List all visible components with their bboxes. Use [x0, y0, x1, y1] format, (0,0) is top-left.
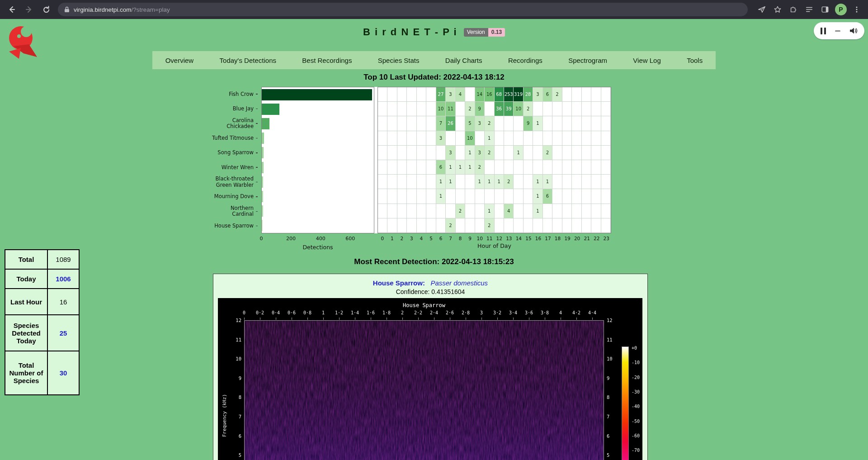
- spectrogram-x-tick: 3·2: [493, 310, 501, 315]
- heatmap-cell: [417, 189, 426, 204]
- back-icon[interactable]: [5, 2, 19, 17]
- heatmap-cell: [591, 87, 601, 102]
- stats-table: Total1089Today1006Last Hour16Species Det…: [5, 249, 80, 395]
- detections-bar-chart: [261, 87, 374, 233]
- heatmap-cell: [378, 189, 387, 204]
- audio-player[interactable]: [814, 22, 864, 39]
- pause-icon[interactable]: [821, 28, 826, 34]
- heatmap-cell: 2: [524, 102, 533, 116]
- heatmap-cell: 1: [436, 175, 446, 189]
- heatmap-cell: [562, 204, 572, 218]
- heatmap-cell: [446, 131, 455, 146]
- nav-item-today-s-detections[interactable]: Today's Detections: [217, 57, 279, 64]
- volume-icon[interactable]: [849, 27, 858, 34]
- spectrogram-x-tick: 0·8: [303, 310, 311, 315]
- nav-item-overview[interactable]: Overview: [163, 57, 197, 64]
- heatmap-cell: [524, 160, 533, 175]
- heatmap-cell: 2: [485, 218, 494, 233]
- extensions-icon[interactable]: [787, 3, 800, 16]
- species-label: Mourning Dove: [149, 190, 258, 204]
- address-bar[interactable]: virginia.birdnetpi.com/?stream=play: [58, 3, 748, 16]
- recent-detection-label: Most Recent Detection:: [354, 257, 439, 266]
- avatar[interactable]: P: [835, 4, 847, 15]
- heatmap-cell: [524, 218, 533, 233]
- spectrogram-x-tick: 4·4: [588, 310, 596, 315]
- heatmap-cell: [426, 131, 436, 146]
- heatmap-cell: [533, 146, 542, 160]
- heatmap-cell: [378, 218, 387, 233]
- detections-bar: [262, 133, 264, 144]
- heatmap-cell: 68: [495, 87, 504, 102]
- heatmap-cell: [417, 131, 426, 146]
- nav-item-best-recordings[interactable]: Best Recordings: [299, 57, 354, 64]
- species-label: Northern Cardinal: [149, 204, 258, 218]
- bar-row: [262, 218, 374, 233]
- heatmap-cell: [378, 116, 387, 131]
- heatmap-cell: [397, 131, 407, 146]
- reload-icon[interactable]: [39, 2, 53, 17]
- spectrogram-x-tick: 1·2: [335, 310, 343, 315]
- nav-item-spectrogram[interactable]: Spectrogram: [566, 57, 610, 64]
- detection-confidence: Confidence: 0.41351604: [213, 288, 647, 295]
- seek-dash[interactable]: [835, 30, 840, 32]
- detection-species-line: House Sparrow: Passer domesticus: [213, 279, 647, 287]
- heatmap-cell: [495, 189, 504, 204]
- top10-heading: Top 10 Last Updated: 2022-04-13 18:12: [0, 73, 868, 82]
- browser-toolbar: virginia.birdnetpi.com/?stream=play P: [0, 0, 868, 19]
- detections-bar: [262, 147, 264, 158]
- detection-common-name[interactable]: House Sparrow:: [373, 279, 425, 287]
- nav-item-recordings[interactable]: Recordings: [505, 57, 545, 64]
- heatmap-cell: [572, 218, 581, 233]
- forward-icon[interactable]: [22, 2, 36, 17]
- reading-list-icon[interactable]: [802, 3, 816, 16]
- send-icon[interactable]: [755, 3, 769, 16]
- nav-item-species-stats[interactable]: Species Stats: [375, 57, 422, 64]
- heatmap-cell: [407, 131, 416, 146]
- heatmap-cell: [562, 116, 572, 131]
- bar-row: [262, 116, 374, 131]
- chart-gap: [374, 87, 377, 233]
- heatmap-cell: [504, 116, 514, 131]
- spectrogram-y-ticks-left: 12111098765: [231, 320, 241, 460]
- spectrogram-colorbar-tick: -10: [632, 360, 640, 365]
- heatmap-cell: 3: [475, 116, 485, 131]
- side-panel-icon[interactable]: [818, 3, 832, 16]
- bar-row: [262, 146, 374, 160]
- spectrogram-x-tick: 3·4: [509, 310, 517, 315]
- heatmap-cell: 28: [524, 87, 533, 102]
- spectrogram-colorbar-tick: -40: [632, 404, 640, 409]
- heatmap-cell: 9: [524, 116, 533, 131]
- detection-scientific-name[interactable]: Passer domesticus: [430, 279, 488, 287]
- recent-detection-timestamp: 2022-04-13 18:15:23: [442, 257, 514, 266]
- stat-value-link[interactable]: 25: [48, 315, 79, 351]
- heatmap-cell: 2: [475, 160, 485, 175]
- heatmap-cell: [417, 87, 426, 102]
- nav-item-tools[interactable]: Tools: [684, 57, 705, 64]
- spectrogram-x-tick: 1·8: [382, 310, 391, 315]
- heatmap-cell: [601, 102, 611, 116]
- bookmark-star-icon[interactable]: [771, 3, 784, 16]
- heatmap-cell: [572, 146, 581, 160]
- bar-axis-tick: 0: [260, 236, 263, 242]
- heatmap-cell: [387, 116, 397, 131]
- species-label: Carolina Chickadee: [149, 116, 258, 131]
- hour-axis-tick: 18: [555, 236, 561, 241]
- profile-avatar[interactable]: P: [834, 3, 848, 16]
- browser-actions: P: [755, 3, 863, 16]
- heatmap-cell: [456, 102, 465, 116]
- heatmap-cell: [582, 102, 591, 116]
- nav-item-view-log[interactable]: View Log: [630, 57, 663, 64]
- stat-label: Species Detected Today: [5, 315, 48, 351]
- heatmap-cell: [407, 116, 416, 131]
- menu-dots-icon[interactable]: [850, 3, 863, 16]
- nav-item-daily-charts[interactable]: Daily Charts: [443, 57, 485, 64]
- heatmap-cell: [562, 175, 572, 189]
- stat-value-link[interactable]: 1006: [48, 270, 79, 288]
- heatmap-cell: [378, 175, 387, 189]
- stat-value-link[interactable]: 30: [48, 351, 79, 394]
- species-label: Blue Jay: [149, 101, 258, 116]
- heatmap-cell: 10: [465, 131, 475, 146]
- heatmap-cell: 2: [465, 102, 475, 116]
- heatmap-cell: [582, 204, 591, 218]
- spectrogram-x-tick: 3·6: [525, 310, 533, 315]
